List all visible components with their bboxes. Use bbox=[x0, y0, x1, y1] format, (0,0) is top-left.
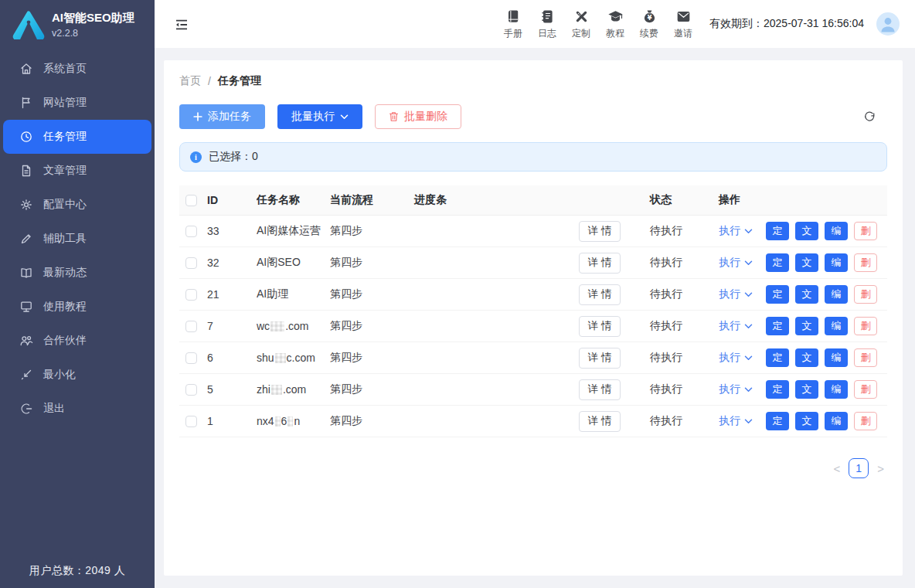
prev-page-button[interactable]: < bbox=[833, 463, 840, 474]
breadcrumb-home[interactable]: 首页 bbox=[179, 74, 201, 88]
sidebar-item-minimize[interactable]: 最小化 bbox=[3, 358, 151, 392]
task-flow: 第四步 bbox=[330, 351, 414, 365]
sidebar-item-logout[interactable]: 退出 bbox=[3, 392, 151, 426]
svg-text:¥: ¥ bbox=[647, 14, 651, 22]
sidebar-item-tutorial[interactable]: 使用教程 bbox=[3, 290, 151, 324]
edit-button[interactable]: 编 bbox=[825, 348, 848, 367]
row-checkbox[interactable] bbox=[185, 321, 197, 332]
article-button[interactable]: 文 bbox=[795, 412, 818, 430]
edit-button[interactable]: 编 bbox=[825, 380, 848, 399]
sidebar-item-partner[interactable]: 合作伙伴 bbox=[3, 324, 151, 358]
edit-button[interactable]: 编 bbox=[825, 222, 848, 240]
sidebar-item-article[interactable]: 文章管理 bbox=[3, 154, 151, 188]
delete-button[interactable]: 删 bbox=[854, 412, 877, 430]
schedule-button[interactable]: 定 bbox=[766, 285, 789, 304]
batch-execute-button[interactable]: 批量执行 bbox=[277, 104, 362, 129]
topbar-action-manual[interactable]: 手册 bbox=[499, 8, 527, 40]
schedule-button[interactable]: 定 bbox=[766, 222, 789, 240]
execute-label: 执行 bbox=[719, 351, 740, 365]
schedule-button[interactable]: 定 bbox=[766, 253, 789, 272]
task-name-text: .com bbox=[283, 383, 306, 396]
collapse-sidebar-icon[interactable] bbox=[173, 16, 190, 33]
article-icon bbox=[19, 164, 33, 178]
topbar-action-custom[interactable]: 定制 bbox=[567, 8, 595, 40]
batch-delete-button[interactable]: 批量删除 bbox=[375, 104, 461, 129]
edit-button[interactable]: 编 bbox=[825, 412, 848, 430]
execute-dropdown[interactable]: 执行 bbox=[719, 256, 753, 270]
app-title: AI智能SEO助理 bbox=[52, 11, 134, 25]
sidebar-item-news[interactable]: 最新动态 bbox=[3, 256, 151, 290]
row-checkbox[interactable] bbox=[185, 416, 197, 427]
schedule-button[interactable]: 定 bbox=[766, 380, 789, 399]
row-checkbox[interactable] bbox=[185, 384, 197, 396]
avatar[interactable] bbox=[876, 12, 900, 36]
edit-button[interactable]: 编 bbox=[825, 317, 848, 335]
execute-dropdown[interactable]: 执行 bbox=[719, 414, 753, 428]
execute-dropdown[interactable]: 执行 bbox=[719, 351, 753, 365]
select-all-checkbox[interactable] bbox=[185, 195, 197, 206]
delete-button[interactable]: 删 bbox=[854, 253, 877, 272]
article-button[interactable]: 文 bbox=[795, 285, 818, 304]
execute-label: 执行 bbox=[719, 414, 740, 428]
article-button[interactable]: 文 bbox=[795, 348, 818, 367]
row-checkbox[interactable] bbox=[185, 352, 197, 364]
delete-button[interactable]: 删 bbox=[854, 285, 877, 304]
article-button[interactable]: 文 bbox=[795, 222, 818, 240]
refresh-icon[interactable] bbox=[863, 110, 876, 124]
delete-button[interactable]: 删 bbox=[854, 317, 877, 335]
article-button[interactable]: 文 bbox=[795, 380, 818, 399]
delete-button[interactable]: 删 bbox=[854, 380, 877, 399]
next-page-button[interactable]: > bbox=[877, 463, 884, 474]
page-number[interactable]: 1 bbox=[849, 458, 869, 478]
task-id: 1 bbox=[207, 415, 257, 427]
detail-button[interactable]: 详 情 bbox=[579, 379, 621, 400]
topbar-action-course[interactable]: 教程 bbox=[601, 8, 629, 40]
edit-button[interactable]: 编 bbox=[825, 253, 848, 272]
delete-button[interactable]: 删 bbox=[854, 348, 877, 367]
sidebar-item-label: 配置中心 bbox=[43, 198, 87, 212]
sidebar-item-config[interactable]: 配置中心 bbox=[3, 188, 151, 222]
sidebar-item-label: 最新动态 bbox=[43, 266, 87, 280]
sidebar-item-label: 退出 bbox=[43, 402, 65, 416]
schedule-button[interactable]: 定 bbox=[766, 317, 789, 335]
delete-button[interactable]: 删 bbox=[854, 222, 877, 240]
sidebar-item-task[interactable]: 任务管理 bbox=[3, 120, 151, 154]
article-button[interactable]: 文 bbox=[795, 317, 818, 335]
article-button[interactable]: 文 bbox=[795, 253, 818, 272]
task-name-text: c.com bbox=[287, 352, 315, 364]
detail-button[interactable]: 详 情 bbox=[579, 221, 621, 242]
execute-dropdown[interactable]: 执行 bbox=[719, 224, 753, 238]
detail-button[interactable]: 详 情 bbox=[579, 284, 621, 305]
user-total-text: 用户总数：2049 人 bbox=[0, 564, 155, 578]
toolbar: 添加任务 批量执行 批量删除 bbox=[179, 104, 887, 129]
row-checkbox[interactable] bbox=[185, 289, 197, 301]
sidebar-item-site[interactable]: 网站管理 bbox=[3, 86, 151, 120]
topbar-action-log[interactable]: 日志 bbox=[533, 8, 561, 40]
sidebar: AI智能SEO助理 v2.2.8 系统首页网站管理任务管理文章管理配置中心辅助工… bbox=[0, 0, 155, 588]
detail-button[interactable]: 详 情 bbox=[579, 316, 621, 337]
chevron-down-icon bbox=[744, 260, 753, 266]
minimize-icon bbox=[19, 368, 33, 382]
row-checkbox[interactable] bbox=[185, 226, 197, 237]
masked-text bbox=[275, 353, 286, 363]
schedule-button[interactable]: 定 bbox=[766, 348, 789, 367]
schedule-button[interactable]: 定 bbox=[766, 412, 789, 430]
sidebar-item-tools[interactable]: 辅助工具 bbox=[3, 222, 151, 256]
execute-dropdown[interactable]: 执行 bbox=[719, 382, 753, 396]
execute-label: 执行 bbox=[719, 256, 740, 270]
topbar-action-renew[interactable]: ¥续费 bbox=[635, 8, 663, 40]
row-checkbox[interactable] bbox=[185, 257, 197, 269]
task-id: 6 bbox=[207, 352, 257, 364]
status-text: 待执行 bbox=[650, 256, 714, 270]
header-operations: 操作 bbox=[714, 193, 887, 207]
detail-button[interactable]: 详 情 bbox=[579, 348, 621, 369]
sidebar-item-home[interactable]: 系统首页 bbox=[3, 52, 151, 86]
detail-button[interactable]: 详 情 bbox=[579, 411, 621, 432]
execute-dropdown[interactable]: 执行 bbox=[719, 319, 753, 333]
add-task-button[interactable]: 添加任务 bbox=[179, 104, 265, 129]
task-name-text: AI阁媒体运营 bbox=[257, 224, 321, 236]
execute-dropdown[interactable]: 执行 bbox=[719, 287, 753, 301]
topbar-action-invite[interactable]: 邀请 bbox=[669, 8, 697, 40]
edit-button[interactable]: 编 bbox=[825, 285, 848, 304]
detail-button[interactable]: 详 情 bbox=[579, 253, 621, 274]
